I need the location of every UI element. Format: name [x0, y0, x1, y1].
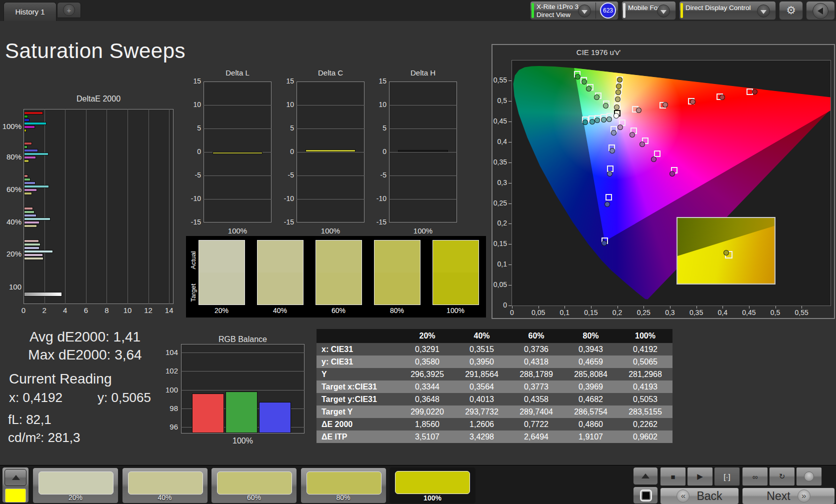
deltae2000-bar-red [24, 207, 33, 210]
table-cell: 0,3564 [454, 380, 509, 393]
table-row-label: ΔE 2000 [316, 418, 400, 430]
expand-pattern-button[interactable] [4, 469, 26, 486]
gridline [296, 105, 364, 106]
delta_l-bar [212, 152, 262, 154]
table-row-label: Target Y [316, 406, 400, 418]
source-dropdown[interactable]: Mobile Forge [622, 1, 676, 20]
gridline [204, 105, 272, 106]
record-button[interactable] [796, 467, 822, 486]
cie-ytick: 0,45 [481, 117, 507, 125]
level-button-40%[interactable]: 40% [122, 468, 208, 504]
add-tab-button[interactable]: + [57, 2, 81, 18]
deltae2000-category: 80% [0, 152, 22, 161]
cie-xtick: 0,4 [712, 308, 734, 316]
swatch-label: 100% [446, 306, 464, 314]
reading-y: y: 0,5065 [98, 390, 151, 406]
divider [596, 2, 596, 18]
table-cell: 299,0220 [400, 406, 454, 418]
deltae2000-xtick: 14 [164, 306, 174, 314]
cie-ytick: 0,25 [481, 199, 507, 207]
meter-count-badge: 623 [600, 2, 616, 18]
gridline [181, 390, 304, 390]
cie-measured-cyan [582, 120, 588, 125]
tick [508, 80, 512, 81]
deltae2000-bar-yellow [24, 160, 29, 162]
gridline [296, 199, 364, 200]
deltae2000-bar-magenta [24, 156, 36, 159]
back-button[interactable]: «Back [660, 488, 739, 504]
stop-button[interactable]: ■ [660, 467, 686, 486]
play-button[interactable]: ▶ [687, 467, 713, 486]
delta_l-ytick: 10 [181, 100, 201, 108]
deltae2000-bar-blue [24, 149, 38, 152]
cie-xtick: 0,1 [554, 308, 576, 316]
pattern-preview-swatch[interactable] [5, 488, 26, 502]
table-cell: 0,4193 [618, 380, 672, 393]
tick [508, 306, 512, 306]
delta_l-ytick: 15 [181, 77, 201, 85]
tick [508, 264, 512, 265]
level-button-60%[interactable]: 60% [211, 468, 297, 504]
collapse-panel-button[interactable] [806, 1, 835, 20]
meter-dropdown[interactable]: X-Rite i1Pro 3 Direct View 623 [530, 1, 618, 20]
tab-history[interactable]: History 1 [4, 2, 56, 21]
tick [512, 306, 512, 308]
table-cell: 1,2606 [454, 418, 509, 430]
gridline [389, 105, 457, 106]
next-label: Next [766, 490, 790, 503]
level-button-80%[interactable]: 80% [300, 468, 386, 504]
tick [591, 306, 592, 308]
deltae2000-xtick: 4 [60, 306, 70, 314]
table-cell: 0,4318 [509, 356, 564, 368]
gridline [204, 176, 272, 176]
deltae2000-bar-blue [24, 246, 40, 250]
table-cell: 0,4192 [618, 343, 672, 356]
tick [508, 183, 512, 184]
meter-status-strip [532, 3, 534, 18]
cie-measured-cyan [606, 116, 612, 122]
table-col-header: 20% [400, 329, 454, 343]
cie-measured-yellow [616, 90, 621, 95]
pattern-window-button[interactable] [633, 486, 658, 504]
chevron-down-icon [757, 4, 770, 18]
pattern-window-button[interactable]: [·] [714, 467, 740, 486]
table-cell: 0,9602 [618, 430, 672, 443]
cie-ytick: 0 [481, 301, 507, 309]
next-button[interactable]: Next» [742, 488, 835, 504]
expand-pattern-button-right[interactable] [633, 467, 658, 485]
deltae2000-title: DeltaE 2000 [76, 94, 120, 104]
loop-button[interactable]: ↻ [769, 467, 795, 486]
cie-measured-green [582, 79, 587, 84]
deltae2000-bar-blue [24, 182, 36, 184]
table-cell: 3,4298 [454, 430, 509, 443]
gridline [389, 152, 457, 152]
infinity-button[interactable]: ∞ [742, 467, 768, 486]
table-cell: 0,3969 [564, 380, 618, 393]
gridline [65, 109, 66, 304]
cie-xtick: 0,15 [580, 308, 602, 316]
table-cell: 0,4860 [564, 418, 618, 430]
display-control-dropdown[interactable]: Direct Display Control [679, 1, 776, 20]
tick [802, 306, 802, 308]
settings-button[interactable]: ⚙ [779, 1, 803, 20]
deltae2000-bar-red [24, 112, 43, 114]
level-button-20%[interactable]: 20% [32, 468, 118, 504]
cie-ytick: 0,15 [481, 240, 507, 248]
delta_c-bar [306, 150, 356, 152]
deltae2000-bar-blue [24, 118, 30, 122]
delta_c-ytick: -10 [274, 194, 294, 202]
table-cell: 281,2968 [618, 368, 672, 380]
deltae2000-bar-green [24, 210, 34, 214]
delta_h-ytick: 5 [366, 124, 386, 132]
deltae2000-bar-magenta [24, 188, 37, 192]
level-button-100%[interactable]: 100% [390, 468, 476, 504]
up-triangle-icon [642, 474, 650, 478]
swatch-60% [316, 240, 362, 305]
table-cell: 289,7404 [509, 406, 564, 418]
avg-de2000: Avg dE2000: 1,41 [0, 329, 170, 345]
cie-measured-blue [610, 148, 615, 154]
tick [696, 306, 697, 308]
cie-measured-magenta [651, 156, 656, 162]
table-cell: 0,3344 [400, 380, 454, 393]
deltae2000-bar-yellow [24, 192, 32, 195]
